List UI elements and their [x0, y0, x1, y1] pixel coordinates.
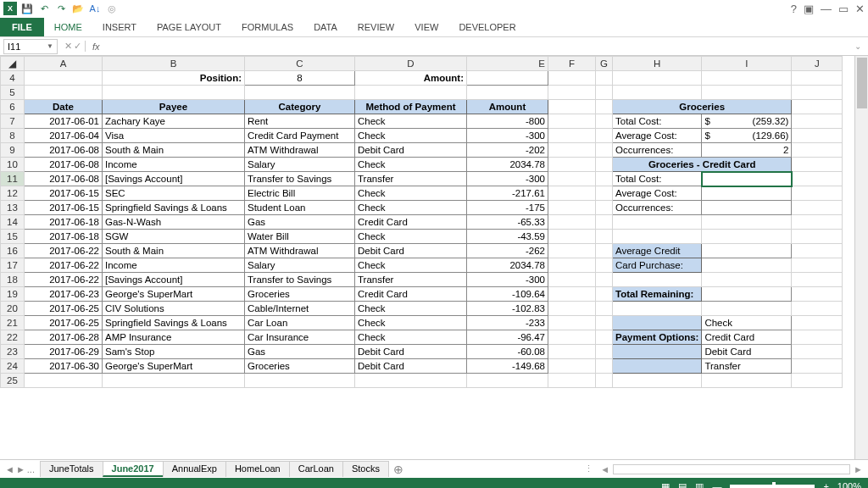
groc-total-val[interactable]: $(259.32) — [702, 114, 792, 129]
col-header-A[interactable]: A — [25, 57, 103, 71]
row-header-18[interactable]: 18 — [1, 273, 25, 287]
cell-method[interactable]: Transfer — [355, 172, 467, 186]
view-layout-icon[interactable]: ▤ — [678, 481, 687, 489]
cell-method[interactable]: Credit Card — [355, 215, 467, 230]
cell-method[interactable]: Check — [355, 302, 467, 316]
cell-category[interactable]: ATM Withdrawal — [245, 244, 355, 258]
cell-category[interactable]: Salary — [245, 158, 355, 172]
cell-amount[interactable]: -300 — [467, 129, 548, 143]
save-icon[interactable]: 💾 — [20, 2, 34, 15]
sheet-tab-JuneTotals[interactable]: JuneTotals — [40, 461, 103, 477]
cell-category[interactable]: Transfer to Savings — [245, 172, 355, 186]
pay-opt-0[interactable]: Check — [702, 316, 792, 330]
tab-review[interactable]: REVIEW — [348, 19, 404, 36]
cell[interactable] — [613, 374, 702, 388]
cell-method[interactable]: Check — [355, 230, 467, 244]
cell-amount[interactable]: -109.64 — [467, 287, 548, 302]
row-header-21[interactable]: 21 — [1, 316, 25, 330]
gcc-avg-val[interactable] — [702, 186, 792, 201]
cell[interactable] — [596, 201, 613, 215]
cell[interactable] — [548, 186, 596, 201]
cell-date[interactable]: 2017-06-22 — [25, 273, 103, 287]
cell-payee[interactable]: Zachary Kaye — [103, 114, 245, 129]
cell[interactable] — [548, 273, 596, 287]
cell[interactable] — [596, 158, 613, 172]
cell[interactable] — [613, 215, 702, 230]
row-header-9[interactable]: 9 — [1, 143, 25, 158]
col-header-J[interactable]: J — [792, 57, 843, 71]
ribbon-display-icon[interactable]: ▣ — [804, 3, 814, 15]
cell[interactable] — [792, 158, 843, 172]
cell-payee[interactable]: Springfield Savings & Loans — [103, 316, 245, 330]
cell-amount[interactable]: 2034.78 — [467, 158, 548, 172]
sheet-ellipsis[interactable]: ... — [27, 464, 35, 474]
col-header-H[interactable]: H — [613, 57, 702, 71]
groc-avg-val[interactable]: $(129.66) — [702, 129, 792, 143]
view-pagebreak-icon[interactable]: ▥ — [695, 481, 704, 489]
cell[interactable] — [596, 273, 613, 287]
cell-payee[interactable]: South & Main — [103, 143, 245, 158]
cell[interactable] — [548, 258, 596, 273]
cell[interactable] — [596, 86, 613, 100]
cell-amount[interactable]: 2034.78 — [467, 258, 548, 273]
cell[interactable] — [702, 86, 792, 100]
undo-icon[interactable]: ↶ — [37, 2, 51, 15]
cell-amount[interactable]: -217.61 — [467, 186, 548, 201]
cell[interactable] — [702, 374, 792, 388]
add-sheet-icon[interactable]: ⊕ — [388, 463, 409, 476]
cell-date[interactable]: 2017-06-25 — [25, 316, 103, 330]
sheet-nav-prev-icon[interactable]: ◄ — [5, 464, 14, 474]
cell[interactable] — [596, 302, 613, 316]
row-header-12[interactable]: 12 — [1, 186, 25, 201]
expand-formula-icon[interactable]: ⌄ — [851, 42, 865, 51]
cell[interactable] — [25, 86, 103, 100]
cell[interactable] — [596, 71, 613, 86]
zoom-slider[interactable] — [730, 485, 815, 488]
cell-date[interactable]: 2017-06-25 — [25, 302, 103, 316]
cell-method[interactable]: Debit Card — [355, 345, 467, 359]
cell-date[interactable]: 2017-06-29 — [25, 345, 103, 359]
cell-category[interactable]: Gas — [245, 215, 355, 230]
cell-category[interactable]: Rent — [245, 114, 355, 129]
cell[interactable] — [103, 86, 245, 100]
tab-view[interactable]: VIEW — [404, 19, 448, 36]
cell[interactable] — [596, 374, 613, 388]
cell-date[interactable]: 2017-06-18 — [25, 215, 103, 230]
cell[interactable] — [548, 215, 596, 230]
cell[interactable] — [792, 114, 843, 129]
cell[interactable] — [792, 201, 843, 215]
cell-payee[interactable]: Sam's Stop — [103, 345, 245, 359]
name-box[interactable]: I11 ▼ — [3, 39, 58, 54]
cell[interactable] — [792, 100, 843, 114]
cell-amount[interactable]: -175 — [467, 201, 548, 215]
row-header-14[interactable]: 14 — [1, 215, 25, 230]
row-header-20[interactable]: 20 — [1, 302, 25, 316]
row-header-15[interactable]: 15 — [1, 230, 25, 244]
cell-amount[interactable]: -800 — [467, 114, 548, 129]
cell[interactable] — [792, 374, 843, 388]
row-header-23[interactable]: 23 — [1, 345, 25, 359]
cell-category[interactable]: Credit Card Payment — [245, 129, 355, 143]
tab-data[interactable]: DATA — [303, 19, 348, 36]
pay-opt-3[interactable]: Transfer — [702, 359, 792, 374]
cell[interactable] — [596, 287, 613, 302]
cell-payee[interactable]: Visa — [103, 129, 245, 143]
row-header-24[interactable]: 24 — [1, 359, 25, 374]
tab-home[interactable]: HOME — [44, 19, 92, 36]
row-header-4[interactable]: 4 — [1, 71, 25, 86]
row-header-13[interactable]: 13 — [1, 201, 25, 215]
cell[interactable] — [792, 230, 843, 244]
cell-category[interactable]: Groceries — [245, 359, 355, 374]
row-header-19[interactable]: 19 — [1, 287, 25, 302]
cell[interactable] — [702, 230, 792, 244]
cell[interactable] — [548, 345, 596, 359]
groc-occ-val[interactable]: 2 — [702, 143, 792, 158]
cell[interactable] — [792, 287, 843, 302]
cell-payee[interactable]: SGW — [103, 230, 245, 244]
sheet-tab-Stocks[interactable]: Stocks — [342, 461, 389, 477]
cell[interactable] — [792, 359, 843, 374]
select-all[interactable]: ◢ — [1, 57, 25, 71]
sheet-tab-AnnualExp[interactable]: AnnualExp — [163, 461, 226, 477]
cell[interactable] — [355, 86, 467, 100]
cell[interactable] — [25, 374, 103, 388]
